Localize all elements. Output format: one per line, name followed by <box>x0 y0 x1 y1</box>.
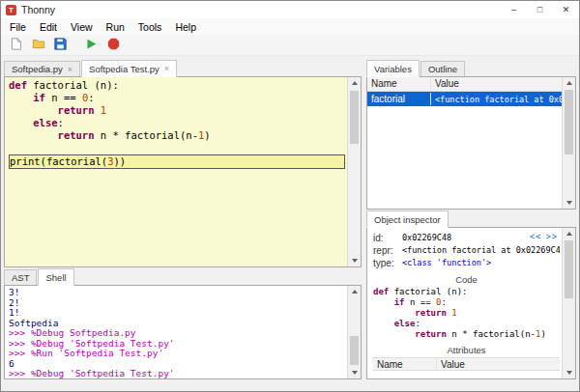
code-line: return 1 <box>373 308 560 319</box>
field-label: type: <box>373 257 402 269</box>
shell-panel[interactable]: 3!2!1!Softpedia>>> %Debug Softpedia.py>>… <box>4 285 362 379</box>
shell-line: 3! <box>9 288 345 298</box>
thonny-window: T Thonny – □ ✕ FileEditViewRunToolsHelp … <box>0 0 580 392</box>
close-tab-icon[interactable]: × <box>164 64 169 73</box>
menu-item-edit[interactable]: Edit <box>33 20 64 34</box>
menu-item-file[interactable]: File <box>3 20 33 34</box>
main-area: Softpedia.py×Softpedia Test.py× def fact… <box>1 56 579 391</box>
scroll-track[interactable] <box>348 297 361 367</box>
tab-object-inspector[interactable]: Object inspector <box>366 210 449 228</box>
app-icon: T <box>6 5 16 15</box>
tab-label: Shell <box>45 272 66 283</box>
nav-back-button[interactable]: << <box>530 232 542 241</box>
scroll-up-icon[interactable] <box>563 228 575 239</box>
shell-scrollbar[interactable] <box>347 286 361 378</box>
menu-item-view[interactable]: View <box>64 20 100 34</box>
menu-item-tools[interactable]: Tools <box>131 20 169 34</box>
variables-tab-bar: VariablesOutline <box>366 59 576 76</box>
code-editor[interactable]: def factorial (n): if n == 0: return 1 e… <box>4 76 362 267</box>
variables-scrollbar[interactable] <box>562 77 575 209</box>
tab-ast[interactable]: AST <box>4 269 37 285</box>
editor-scrollbar[interactable] <box>347 77 361 266</box>
field-value: 0x02269C48 <box>402 232 451 244</box>
scroll-down-icon[interactable] <box>348 367 361 378</box>
column-header: Name <box>373 358 437 370</box>
code-line: return n * factorial(n-1) <box>9 129 345 142</box>
stop-button[interactable] <box>103 36 124 54</box>
inspector-scrollbar[interactable] <box>562 228 575 378</box>
code-line: if n == 0: <box>9 92 345 104</box>
shell-line: >>> %Debug 'Softpedia Test.py' <box>9 369 345 379</box>
editor-column: Softpedia.py×Softpedia Test.py× def fact… <box>4 59 362 379</box>
scroll-down-icon[interactable] <box>563 197 575 209</box>
tab-label: Outline <box>428 64 457 74</box>
editor-tab-bar: Softpedia.py×Softpedia Test.py× <box>4 59 362 76</box>
shell-output: 3!2!1!Softpedia>>> %Debug Softpedia.py>>… <box>9 288 345 379</box>
code-line <box>9 142 345 154</box>
maximize-button[interactable]: □ <box>527 1 553 18</box>
variables-header: NameValue <box>367 77 562 92</box>
scroll-track[interactable] <box>348 89 361 255</box>
code-line: if n == 0: <box>373 297 560 308</box>
close-tab-icon[interactable]: × <box>68 65 72 74</box>
shell-line: >>> %Run 'Softpedia Test.py' <box>9 349 345 359</box>
editor-code: def factorial (n): if n == 0: return 1 e… <box>9 79 345 169</box>
new-file-button[interactable] <box>6 36 26 54</box>
save-icon <box>54 38 67 52</box>
code-line: return n * factorial(n-1) <box>373 329 560 340</box>
menu-item-run[interactable]: Run <box>100 20 131 34</box>
inspector-tab-bar: Object inspector <box>366 210 576 227</box>
scroll-down-icon[interactable] <box>348 255 361 266</box>
field-label: repr: <box>373 244 402 257</box>
scroll-thumb[interactable] <box>350 91 359 144</box>
scroll-track[interactable] <box>563 89 575 197</box>
shell-line: 2! <box>9 298 345 309</box>
scroll-up-icon[interactable] <box>563 77 575 89</box>
tab-softpedia-py[interactable]: Softpedia.py× <box>4 61 80 76</box>
scroll-thumb[interactable] <box>565 240 573 297</box>
side-panel-column: VariablesOutline NameValue factorial<fun… <box>366 59 576 379</box>
scroll-down-icon[interactable] <box>563 367 575 378</box>
stop-icon <box>107 38 120 52</box>
column-header: Value <box>437 358 560 370</box>
shell-tab-bar: ASTShell <box>4 267 362 285</box>
run-icon <box>85 38 98 52</box>
tab-shell[interactable]: Shell <box>38 268 73 286</box>
object-inspector-panel: << >> id:0x02269C48repr:<function factor… <box>366 227 576 379</box>
code-line: return 1 <box>9 104 345 117</box>
save-file-button[interactable] <box>50 36 71 54</box>
variables-body: factorial<function factorial at 0x02269C… <box>367 92 562 106</box>
menu-item-help[interactable]: Help <box>168 20 203 34</box>
open-file-button[interactable] <box>28 36 48 54</box>
tab-softpedia-test-py[interactable]: Softpedia Test.py× <box>81 60 177 77</box>
menu-bar: FileEditViewRunToolsHelp <box>1 18 579 35</box>
code-line: def factorial (n): <box>9 79 345 92</box>
field-value: <function factorial at 0x02269C48> <box>402 244 560 257</box>
tab-label: Softpedia Test.py <box>89 64 160 74</box>
shell-line: >>> %Debug Softpedia.py <box>9 328 345 339</box>
scroll-thumb[interactable] <box>350 336 359 365</box>
variable-row[interactable]: factorial<function factorial at 0x02269C… <box>367 92 562 106</box>
tab-label: Variables <box>374 64 412 74</box>
variable-name: factorial <box>367 93 431 105</box>
column-header: Value <box>431 77 562 91</box>
title-bar[interactable]: T Thonny – □ ✕ <box>1 1 579 18</box>
scroll-up-icon[interactable] <box>348 77 361 89</box>
field-value[interactable]: <class 'function'> <box>402 257 491 269</box>
scroll-thumb[interactable] <box>565 90 573 154</box>
run-script-button[interactable] <box>81 36 102 54</box>
nav-forward-button[interactable]: >> <box>545 232 558 241</box>
code-line: else: <box>373 319 560 329</box>
tab-outline[interactable]: Outline <box>420 61 465 76</box>
inspector-field: type:<class 'function'> <box>373 257 560 269</box>
close-button[interactable]: ✕ <box>553 1 579 18</box>
code-line: def factorial (n): <box>373 287 560 297</box>
scroll-up-icon[interactable] <box>348 286 361 297</box>
code-section-header: Code <box>373 274 560 285</box>
scroll-track[interactable] <box>563 239 575 367</box>
shell-line: 1! <box>9 308 345 319</box>
minimize-button[interactable]: – <box>501 1 527 18</box>
tab-label: AST <box>12 272 29 283</box>
tab-variables[interactable]: Variables <box>366 60 420 77</box>
open-folder-icon <box>32 38 45 52</box>
